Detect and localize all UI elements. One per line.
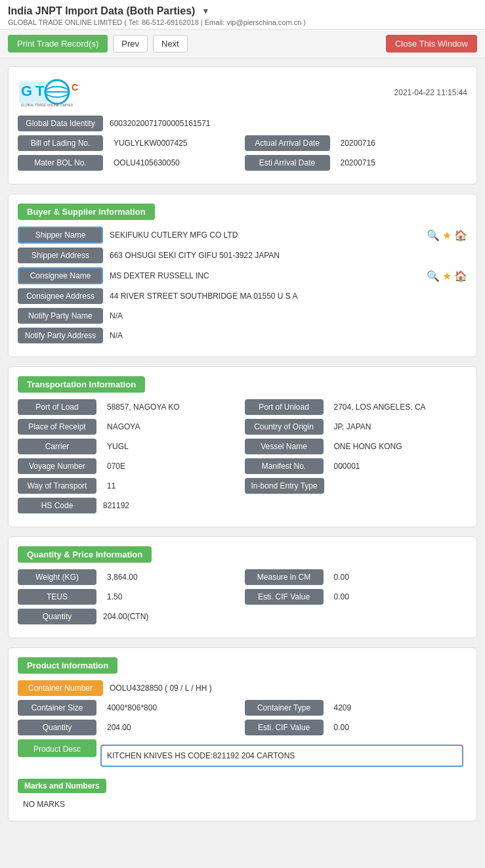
mater-bol-value: OOLU4105630050	[107, 155, 241, 171]
marks-value: NO MARKS	[18, 797, 467, 812]
product-quantity-label: Quantity	[18, 720, 96, 735]
product-qty-cif-row: Quantity 204.00 Esti. CIF Value 0.00	[18, 720, 467, 735]
consignee-action-icons: 🔍 ★ 🏠	[427, 270, 467, 282]
notify-party-name-label: Notify Party Name	[18, 308, 103, 324]
product-quantity-value: 204.00	[100, 720, 241, 735]
shipper-star-icon[interactable]: ★	[442, 229, 452, 242]
port-of-load-value: 58857, NAGOYA KO	[100, 399, 241, 415]
identity-card: G T C GLOBAL TRADE ONLINE LIMITED 2021-0…	[8, 66, 477, 184]
voyage-number-label: Voyage Number	[18, 458, 96, 474]
consignee-address-label: Consignee Address	[18, 288, 103, 304]
consignee-star-icon[interactable]: ★	[442, 270, 452, 282]
shipper-address-row: Shipper Address 663 OHSUGI SEKI CITY GIF…	[18, 248, 467, 263]
shipper-search-icon[interactable]: 🔍	[427, 229, 440, 242]
esti-cif-value: 0.00	[327, 589, 468, 605]
notify-party-address-row: Notify Party Address N/A	[18, 328, 467, 343]
svg-text:T: T	[35, 83, 45, 99]
container-number-label: Container Number	[18, 680, 103, 696]
actual-arrival-date-value: 20200716	[334, 135, 468, 151]
consignee-name-label: Consignee Name	[18, 267, 103, 284]
esti-arrival-date-value: 20200715	[334, 155, 468, 171]
container-size-value: 4000*806*800	[100, 700, 241, 716]
esti-arrival-date-label: Esti Arrival Date	[245, 155, 330, 171]
notify-party-name-value: N/A	[103, 308, 467, 324]
transportation-card: Transportation Information Port of Load …	[8, 366, 477, 527]
receipt-origin-row: Place of Receipt NAGOYA Country of Origi…	[18, 419, 467, 435]
voyage-number-value: 070E	[100, 458, 241, 474]
prev-button[interactable]: Prev	[113, 35, 148, 53]
port-load-unload-row: Port of Load 58857, NAGOYA KO Port of Un…	[18, 399, 467, 415]
svg-text:GLOBAL TRADE ONLINE LIMITED: GLOBAL TRADE ONLINE LIMITED	[21, 103, 74, 107]
mater-bol-row: Mater BOL No. OOLU4105630050 Esti Arriva…	[18, 155, 467, 171]
vessel-name-value: ONE HONG KONG	[327, 439, 468, 454]
product-desc-value: KITCHEN KNIVES HS CODE:821192 204 CARTON…	[100, 745, 463, 767]
voyage-manifest-row: Voyage Number 070E Manifest No. 000001	[18, 458, 467, 474]
notify-party-address-label: Notify Party Address	[18, 328, 103, 343]
container-size-label: Container Size	[18, 700, 96, 716]
transport-bond-row: Way of Transport 11 In-bond Entry Type	[18, 478, 467, 494]
notify-party-name-row: Notify Party Name N/A	[18, 308, 467, 324]
carrier-vessel-row: Carrier YUGL Vessel Name ONE HONG KONG	[18, 439, 467, 454]
measure-cm-value: 0.00	[327, 569, 468, 585]
consignee-search-icon[interactable]: 🔍	[427, 270, 440, 282]
shipper-home-icon[interactable]: 🏠	[454, 229, 467, 242]
way-of-transport-label: Way of Transport	[18, 478, 96, 494]
close-button[interactable]: Close This Window	[386, 35, 477, 53]
shipper-name-row: Shipper Name SEKIFUKU CUTLERY MFG CO LTD…	[18, 227, 467, 244]
bill-of-lading-label: Bill of Lading No.	[18, 135, 103, 151]
product-esti-cif-label: Esti. CIF Value	[245, 720, 324, 735]
gtc-logo-icon: G T C GLOBAL TRADE ONLINE LIMITED	[18, 76, 90, 109]
consignee-address-row: Consignee Address 44 RIVER STREET SOUTHB…	[18, 288, 467, 304]
page-subtitle: GLOBAL TRADE ONLINE LIMITED ( Tel: 86-51…	[8, 18, 477, 26]
svg-text:C: C	[72, 82, 78, 93]
consignee-name-value: MS DEXTER RUSSELL INC	[103, 268, 423, 284]
buyer-supplier-header: Buyer & Supplier Information	[18, 204, 155, 220]
shipper-address-label: Shipper Address	[18, 248, 103, 263]
container-number-value: OOLU4328850 ( 09 / L / HH )	[103, 680, 467, 696]
global-data-identity-value: 60032020071700005161571	[103, 116, 467, 131]
measure-cm-label: Measure in CM	[245, 569, 324, 585]
mater-bol-label: Mater BOL No.	[18, 155, 103, 171]
port-of-unload-value: 2704, LOS ANGELES, CA	[327, 399, 468, 415]
quantity-price-header: Quantity & Price Information	[18, 546, 152, 563]
shipper-name-label: Shipper Name	[18, 227, 103, 244]
weight-label: Weight (KG)	[18, 569, 96, 585]
container-number-row: Container Number OOLU4328850 ( 09 / L / …	[18, 680, 467, 696]
carrier-value: YUGL	[100, 439, 241, 454]
country-of-origin-value: JP, JAPAN	[327, 419, 468, 435]
svg-text:G: G	[21, 83, 32, 99]
in-bond-entry-label: In-bond Entry Type	[245, 478, 324, 494]
main-content: G T C GLOBAL TRADE ONLINE LIMITED 2021-0…	[0, 58, 485, 838]
marks-header: Marks and Numbers	[18, 779, 106, 793]
container-type-value: 4209	[327, 700, 468, 716]
way-of-transport-value: 11	[100, 478, 241, 494]
in-bond-entry-value	[328, 478, 467, 494]
quantity-row: Quantity 204.00(CTN)	[18, 609, 467, 624]
place-of-receipt-value: NAGOYA	[100, 419, 241, 435]
container-size-type-row: Container Size 4000*806*800 Container Ty…	[18, 700, 467, 716]
print-button[interactable]: Print Trade Record(s)	[8, 35, 108, 53]
carrier-label: Carrier	[18, 439, 96, 454]
hs-code-label: HS Code	[18, 498, 96, 513]
manifest-no-label: Manifest No.	[245, 458, 324, 474]
product-esti-cif-value: 0.00	[327, 720, 468, 735]
quantity-value: 204.00(CTN)	[96, 609, 467, 624]
consignee-home-icon[interactable]: 🏠	[454, 270, 467, 282]
quantity-label: Quantity	[18, 609, 96, 624]
bol-row: Bill of Lading No. YUGLYLKW0007425 Actua…	[18, 135, 467, 151]
title-dropdown-icon[interactable]: ▼	[201, 7, 209, 16]
marks-section: Marks and Numbers NO MARKS	[18, 773, 467, 812]
product-card: Product Information Container Number OOL…	[8, 647, 477, 821]
teus-cif-row: TEUS 1.50 Esti. CIF Value 0.00	[18, 589, 467, 605]
global-data-identity-row: Global Data Identity 6003202007170000516…	[18, 116, 467, 131]
timestamp: 2021-04-22 11:15:44	[394, 88, 467, 97]
product-header: Product Information	[18, 657, 117, 674]
vessel-name-label: Vessel Name	[245, 439, 324, 454]
consignee-name-row: Consignee Name MS DEXTER RUSSELL INC 🔍 ★…	[18, 267, 467, 284]
actual-arrival-date-label: Actual Arrival Date	[245, 135, 330, 151]
country-of-origin-label: Country of Origin	[245, 419, 324, 435]
consignee-address-value: 44 RIVER STREET SOUTHBRIDGE MA 01550 U S…	[103, 288, 467, 304]
page-title: India JNPT Import Data (Both Parties) ▼	[8, 5, 477, 17]
next-button[interactable]: Next	[153, 35, 188, 53]
port-of-unload-label: Port of Unload	[245, 399, 324, 415]
